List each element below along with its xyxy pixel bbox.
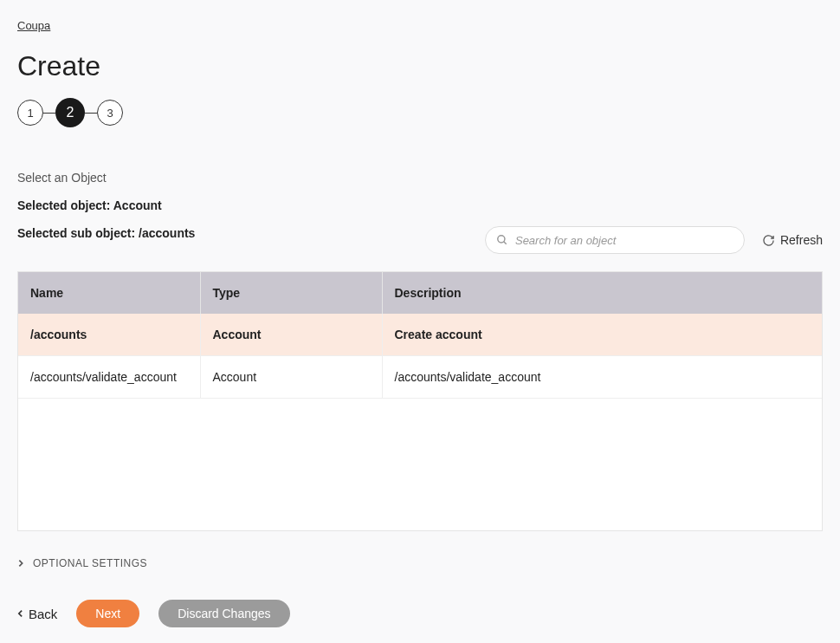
optional-settings-label: OPTIONAL SETTINGS (33, 557, 147, 569)
step-connector (43, 113, 55, 114)
table-row[interactable]: /accounts/validate_account Account /acco… (18, 356, 822, 399)
cell-description: /accounts/validate_account (382, 356, 822, 399)
objects-table: Name Type Description /accounts Account … (17, 271, 823, 531)
section-label: Select an Object (17, 171, 823, 185)
cell-description: Create account (382, 314, 822, 356)
table-row[interactable]: /accounts Account Create account (18, 314, 822, 356)
svg-point-0 (498, 236, 505, 243)
col-header-description[interactable]: Description (382, 272, 822, 314)
wizard-stepper: 1 2 3 (17, 98, 823, 127)
discard-button[interactable]: Discard Changes (158, 600, 289, 627)
cell-name: /accounts/validate_account (18, 356, 200, 399)
next-button[interactable]: Next (76, 600, 139, 627)
refresh-label: Refresh (780, 233, 823, 247)
col-header-type[interactable]: Type (200, 272, 382, 314)
step-1[interactable]: 1 (17, 100, 43, 126)
selected-sub-label: Selected sub object: (17, 226, 139, 240)
step-connector (85, 113, 97, 114)
chevron-right-icon (17, 559, 24, 568)
selected-object: Selected object: Account (17, 198, 823, 212)
step-3[interactable]: 3 (97, 100, 123, 126)
search-icon (496, 234, 508, 246)
cell-type: Account (200, 314, 382, 356)
optional-settings-toggle[interactable]: OPTIONAL SETTINGS (17, 557, 823, 569)
back-label: Back (29, 607, 57, 621)
breadcrumb-link[interactable]: Coupa (17, 19, 50, 32)
step-2[interactable]: 2 (55, 98, 85, 127)
selected-sub-value: /accounts (139, 226, 195, 240)
svg-line-1 (504, 242, 507, 244)
chevron-left-icon (17, 609, 23, 618)
selected-object-label: Selected object: (17, 198, 113, 212)
back-button[interactable]: Back (17, 607, 57, 621)
refresh-icon (762, 234, 775, 247)
search-box[interactable] (485, 226, 745, 254)
cell-type: Account (200, 356, 382, 399)
search-input[interactable] (515, 234, 733, 247)
cell-name: /accounts (18, 314, 200, 356)
col-header-name[interactable]: Name (18, 272, 200, 314)
refresh-button[interactable]: Refresh (762, 233, 823, 247)
selected-object-value: Account (113, 198, 162, 212)
page-title: Create (17, 50, 823, 82)
